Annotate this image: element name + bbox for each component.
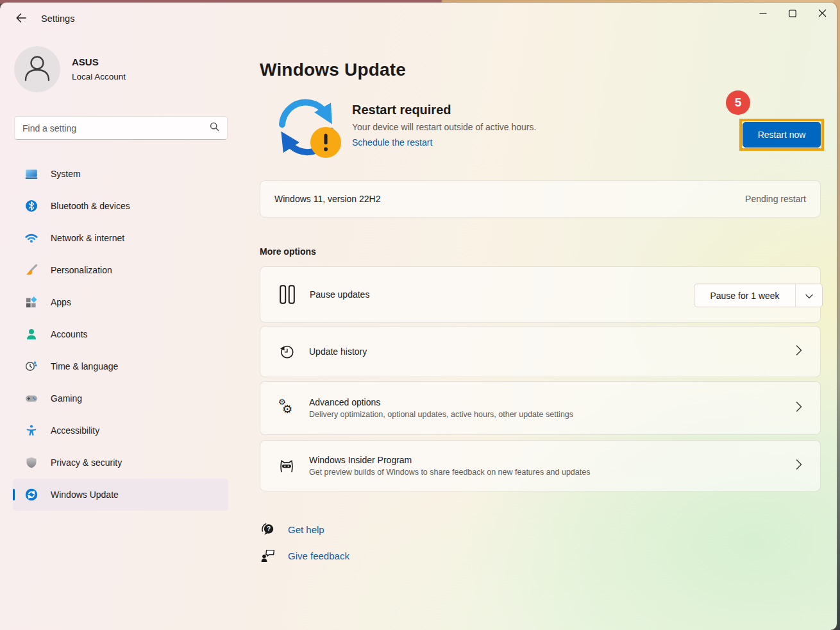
sidebar-item-label: Apps (51, 297, 71, 307)
sidebar-item-label: Personalization (51, 265, 112, 275)
pause-updates-label: Pause updates (310, 289, 369, 300)
sidebar-item-label: Accounts (51, 329, 88, 339)
back-button[interactable] (12, 10, 31, 28)
clock-language-icon (24, 360, 38, 373)
close-button[interactable] (807, 3, 837, 25)
give-feedback-label: Give feedback (288, 550, 349, 561)
sidebar-item-label: System (51, 169, 81, 179)
accessibility-icon (24, 424, 38, 438)
windows-insider-text: Windows Insider Program Get preview buil… (309, 455, 590, 477)
account-name: ASUS (72, 56, 99, 67)
windows-insider-label: Windows Insider Program (309, 455, 590, 465)
sidebar-item-bluetooth-devices[interactable]: Bluetooth & devices (13, 190, 228, 222)
brush-icon (24, 264, 38, 277)
svg-text:?: ? (267, 525, 271, 532)
shield-icon (24, 456, 38, 470)
sidebar-item-label: Time & language (51, 361, 118, 371)
minimize-button[interactable] (748, 3, 778, 25)
window-controls (748, 3, 837, 25)
minimize-icon (759, 8, 767, 20)
sidebar-item-label: Network & internet (51, 233, 124, 243)
sidebar-item-network-internet[interactable]: Network & internet (13, 222, 228, 254)
accounts-icon (24, 328, 38, 341)
sidebar-item-label: Accessibility (51, 425, 99, 436)
version-row: Windows 11, version 22H2 Pending restart (260, 180, 821, 217)
help-bubble-icon: ? (260, 522, 276, 537)
maximize-button[interactable] (778, 3, 807, 25)
ninja-cat-icon (277, 457, 296, 475)
system-icon (24, 167, 38, 181)
sidebar-item-gaming[interactable]: Gaming (13, 382, 228, 414)
back-arrow-icon (15, 12, 28, 27)
page-title: Windows Update (260, 60, 406, 80)
restart-required-icon (276, 96, 341, 163)
windows-insider-description: Get preview builds of Windows to share f… (309, 468, 590, 477)
sidebar-item-accounts[interactable]: Accounts (13, 318, 228, 350)
person-icon (15, 46, 60, 93)
more-options-heading: More options (260, 246, 316, 257)
desktop: { "annotation": { "step": "5" }, "titleb… (0, 0, 840, 630)
restart-required-block: Restart required Your device will restar… (352, 103, 711, 148)
search-icon (210, 122, 219, 134)
gamepad-icon (24, 392, 38, 405)
sidebar-item-apps[interactable]: Apps (13, 286, 228, 318)
restart-required-heading: Restart required (352, 103, 711, 117)
account-type: Local Account (72, 72, 126, 81)
sidebar-item-label: Gaming (51, 393, 82, 404)
wifi-icon (24, 232, 38, 245)
settings-window: Settings ASUS Local Account Find a setti… (0, 3, 837, 630)
search-input[interactable]: Find a setting (14, 116, 228, 140)
sidebar-item-label: Windows Update (51, 490, 119, 500)
advanced-options-text: Advanced options Delivery optimization, … (309, 397, 573, 419)
search-placeholder: Find a setting (22, 123, 210, 133)
avatar[interactable] (14, 46, 60, 92)
update-history-row[interactable]: Update history (260, 326, 821, 377)
gears-icon: ⚙⚙ (277, 398, 296, 418)
windows-insider-row[interactable]: Windows Insider Program Get preview buil… (260, 440, 821, 491)
close-icon (818, 8, 827, 20)
windows-update-icon (24, 488, 38, 502)
schedule-restart-link[interactable]: Schedule the restart (352, 137, 432, 148)
pause-duration-split-button: Pause for 1 week (694, 284, 823, 307)
chevron-right-icon (796, 345, 802, 359)
get-help-label: Get help (288, 524, 324, 535)
pause-duration-dropdown[interactable] (796, 284, 822, 307)
sidebar-item-privacy-security[interactable]: Privacy & security (13, 447, 228, 479)
sidebar-item-personalization[interactable]: Personalization (13, 254, 228, 286)
give-feedback-link[interactable]: Give feedback (260, 546, 349, 565)
advanced-options-description: Delivery optimization, optional updates,… (309, 410, 573, 419)
get-help-link[interactable]: ? Get help (260, 520, 324, 539)
sidebar-item-accessibility[interactable]: Accessibility (13, 414, 228, 447)
update-history-label: Update history (309, 346, 367, 357)
advanced-options-label: Advanced options (309, 397, 573, 407)
pending-restart-status: Pending restart (745, 194, 806, 204)
pause-duration-button[interactable]: Pause for 1 week (694, 284, 796, 307)
apps-icon (24, 296, 38, 309)
feedback-person-icon (260, 548, 276, 563)
restart-now-button[interactable]: Restart now (743, 122, 821, 148)
sidebar-item-label: Privacy & security (51, 457, 122, 468)
chevron-down-icon (805, 290, 813, 302)
sidebar-item-label: Bluetooth & devices (51, 201, 130, 211)
maximize-icon (789, 8, 796, 20)
history-icon (277, 343, 296, 361)
chevron-right-icon (796, 459, 802, 473)
sidebar-item-windows-update[interactable]: Windows Update (13, 479, 228, 511)
annotation-step-badge: 5 (726, 90, 750, 115)
os-version-label: Windows 11, version 22H2 (274, 194, 380, 204)
chevron-right-icon (796, 402, 802, 415)
sidebar-nav: System Bluetooth & devices Network & int… (13, 158, 228, 511)
advanced-options-row[interactable]: ⚙⚙ Advanced options Delivery optimizatio… (260, 381, 821, 435)
window-title: Settings (41, 13, 74, 24)
pause-icon (278, 285, 297, 304)
sidebar-item-time-language[interactable]: Time & language (13, 350, 228, 382)
sidebar-item-system[interactable]: System (13, 158, 228, 190)
bluetooth-icon (24, 200, 38, 213)
restart-required-subtitle: Your device will restart outside of acti… (352, 122, 711, 132)
